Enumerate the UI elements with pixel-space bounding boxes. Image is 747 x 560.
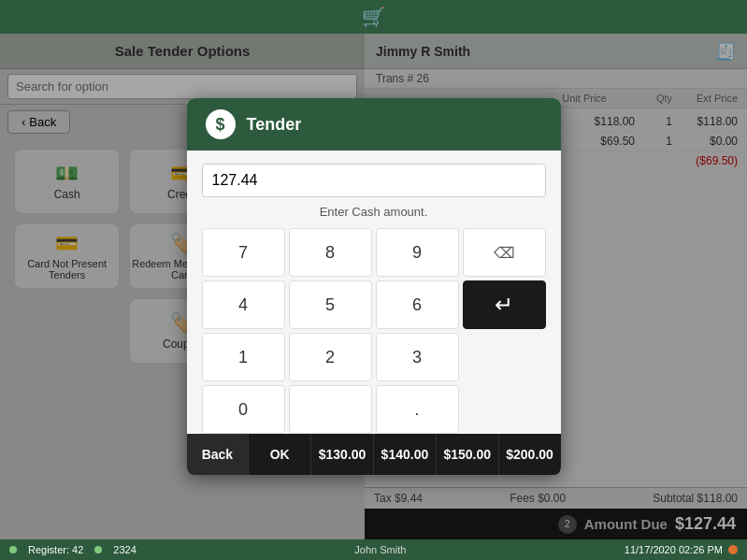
numpad-6[interactable]: 6	[376, 280, 459, 329]
tender-dialog: $ Tender Enter Cash amount. 7 8 9 ⌫ 4 5 …	[187, 98, 561, 475]
numpad-9[interactable]: 9	[376, 228, 459, 277]
tender-150-button[interactable]: $150.00	[437, 434, 499, 475]
tender-back-button[interactable]: Back	[187, 434, 250, 475]
cart-icon: 🛒	[362, 6, 385, 28]
numpad-empty	[289, 385, 372, 434]
status-right: 11/17/2020 02:26 PM	[625, 544, 738, 555]
status-bar: Register: 42 2324 John Smith 11/17/2020 …	[0, 539, 747, 560]
numpad-8[interactable]: 8	[289, 228, 372, 277]
tender-200-button[interactable]: $200.00	[499, 434, 561, 475]
register-info: Register: 42	[28, 544, 83, 555]
dollar-circle-icon: $	[206, 109, 236, 139]
status-datetime: 11/17/2020 02:26 PM	[625, 544, 723, 555]
tender-ok-button[interactable]: OK	[249, 434, 311, 475]
numpad-3[interactable]: 3	[376, 333, 459, 381]
status-center: John Smith	[354, 544, 406, 555]
overlay: $ Tender Enter Cash amount. 7 8 9 ⌫ 4 5 …	[0, 34, 747, 539]
numpad: 7 8 9 ⌫ 4 5 6 ↵ 1 2 3 0 .	[202, 228, 546, 434]
tender-amount-input[interactable]	[202, 164, 546, 197]
numpad-dot[interactable]: .	[376, 385, 459, 434]
register-id: 2324	[113, 544, 136, 555]
numpad-enter[interactable]: ↵	[463, 280, 546, 329]
status-orange-dot	[728, 545, 738, 554]
status-dot-2	[94, 546, 102, 553]
enter-cash-label: Enter Cash amount.	[202, 205, 546, 219]
tender-130-button[interactable]: $130.00	[311, 434, 374, 475]
numpad-0[interactable]: 0	[202, 385, 285, 434]
status-user: John Smith	[354, 544, 406, 555]
tender-dialog-body: Enter Cash amount. 7 8 9 ⌫ 4 5 6 ↵ 1 2 3…	[187, 151, 561, 434]
numpad-1[interactable]: 1	[202, 333, 285, 381]
tender-dialog-header: $ Tender	[187, 98, 561, 151]
tender-dialog-title: Tender	[247, 115, 302, 135]
tender-dialog-footer: Back OK $130.00 $140.00 $150.00 $200.00	[187, 434, 561, 475]
numpad-7[interactable]: 7	[202, 228, 285, 277]
numpad-4[interactable]: 4	[202, 280, 285, 329]
status-dot	[9, 546, 17, 553]
numpad-backspace[interactable]: ⌫	[463, 228, 546, 277]
status-left: Register: 42 2324	[9, 544, 136, 555]
numpad-2[interactable]: 2	[289, 333, 372, 381]
tender-140-button[interactable]: $140.00	[374, 434, 437, 475]
top-bar: 🛒	[0, 0, 747, 34]
numpad-5[interactable]: 5	[289, 280, 372, 329]
